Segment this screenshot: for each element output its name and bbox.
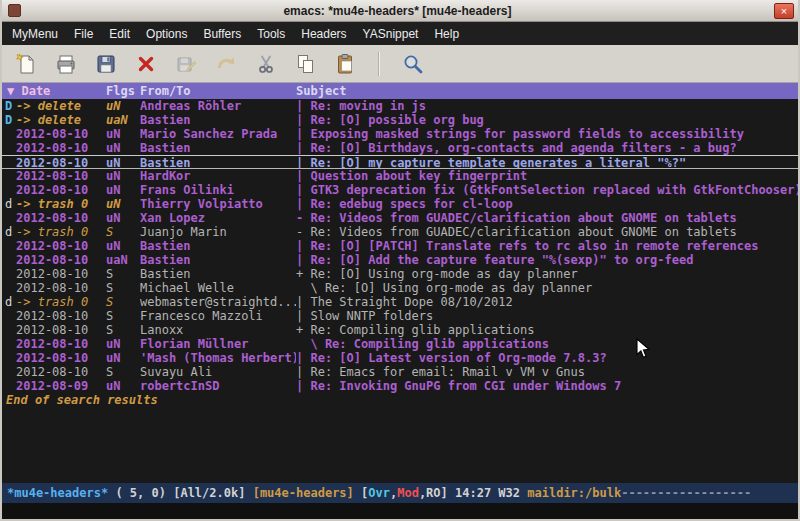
buffer-empty-space [2, 407, 798, 483]
message-mark [2, 127, 16, 141]
modeline-segment: 14:27 W32 [455, 486, 527, 500]
menu-item-options[interactable]: Options [138, 22, 195, 45]
message-date: 2012-08-10 [16, 156, 106, 168]
message-from: Bastien [140, 113, 296, 127]
column-from[interactable]: From/To [140, 83, 296, 99]
message-row[interactable]: D-> deleteuaNBastien| Re: [O] possible o… [2, 113, 798, 127]
message-flags: uN [106, 156, 140, 168]
menu-item-help[interactable]: Help [426, 22, 467, 45]
menu-item-file[interactable]: File [66, 22, 101, 45]
modeline-segment: ( 5, 0) [All/2.0k] [108, 486, 253, 500]
message-row[interactable]: 2012-08-10uNBastien| Re: [O] [PATCH] Tra… [2, 239, 798, 253]
paste-button[interactable] [332, 50, 359, 77]
headers-buffer: ▼ Date Flgs From/To Subject D-> deleteuN… [2, 83, 798, 483]
message-date: 2012-08-10 [16, 183, 106, 197]
message-from: Thierry Volpiatto [140, 197, 296, 211]
tool-bar [2, 45, 798, 83]
modeline-segment: maildir:/bulk [527, 486, 621, 500]
message-row[interactable]: d-> trash 0Swebmaster@straightd...| The … [2, 295, 798, 309]
message-flags: S [106, 323, 140, 337]
window-icon [8, 4, 21, 17]
message-row[interactable]: 2012-08-10uNHardKor| Question about key … [2, 169, 798, 183]
message-date: 2012-08-10 [16, 169, 106, 183]
message-subject: | Question about key fingerprint [296, 169, 798, 183]
menu-item-buffers[interactable]: Buffers [195, 22, 249, 45]
cut-button[interactable] [252, 50, 279, 77]
message-flags: uN [106, 379, 140, 393]
message-row[interactable]: 2012-08-10uNBastien| Re: [O] my capture … [2, 155, 798, 169]
message-row[interactable]: 2012-08-10uNFlorian Müllner \ Re: Compil… [2, 337, 798, 351]
message-subject: | The Straight Dope 08/10/2012 [296, 295, 798, 309]
message-flags: uaN [106, 253, 140, 267]
menu-item-edit[interactable]: Edit [101, 22, 138, 45]
modeline-segment: [mu4e-headers] [253, 486, 354, 500]
menu-item-yasnippet[interactable]: YASnippet [355, 22, 427, 45]
message-row[interactable]: 2012-08-10uaNBastien| Re: [O] Add the ca… [2, 253, 798, 267]
cut-icon [255, 53, 277, 75]
message-row[interactable]: 2012-08-09uNrobertcInSD| Re: Invoking Gn… [2, 379, 798, 393]
message-date: -> trash 0 [16, 225, 106, 239]
title-bar: emacs: *mu4e-headers* [mu4e-headers] × [2, 0, 798, 22]
message-row[interactable]: 2012-08-10uNXan Lopez- Re: Videos from G… [2, 211, 798, 225]
message-row[interactable]: 2012-08-10uNBastien| Re: [O] Birthdays, … [2, 141, 798, 155]
message-mark [2, 141, 16, 155]
message-date: 2012-08-10 [16, 281, 106, 295]
message-subject: | Re: edebug specs for cl-loop [296, 197, 798, 211]
emacs-window: emacs: *mu4e-headers* [mu4e-headers] × M… [0, 0, 800, 521]
message-date: 2012-08-10 [16, 141, 106, 155]
message-row[interactable]: 2012-08-10uNMario Sanchez Prada| Exposin… [2, 127, 798, 141]
message-flags: uN [106, 239, 140, 253]
message-subject: - Re: Videos from GUADEC/clarification a… [296, 225, 798, 239]
message-date: 2012-08-10 [16, 253, 106, 267]
message-date: -> delete [16, 99, 106, 113]
menu-item-mymenu[interactable]: MyMenu [4, 22, 66, 45]
message-date: 2012-08-10 [16, 323, 106, 337]
message-date: 2012-08-10 [16, 211, 106, 225]
message-flags: S [106, 281, 140, 295]
message-subject: | Re: Emacs for email: Rmail v VM v Gnus [296, 365, 798, 379]
menu-item-tools[interactable]: Tools [249, 22, 293, 45]
close-button[interactable]: × [774, 3, 794, 19]
message-row[interactable]: d-> trash 0SJuanjo Marin- Re: Videos fro… [2, 225, 798, 239]
print-button[interactable] [52, 50, 79, 77]
message-flags: uN [106, 337, 140, 351]
message-row[interactable]: 2012-08-10uNFrans Oilinki| GTK3 deprecat… [2, 183, 798, 197]
message-mark: d [2, 295, 16, 309]
copy-button[interactable] [292, 50, 319, 77]
message-flags: uN [106, 351, 140, 365]
message-flags: S [106, 225, 140, 239]
message-row[interactable]: 2012-08-10uN'Mash (Thomas Herbert)| Re: … [2, 351, 798, 365]
column-subject[interactable]: Subject [296, 83, 798, 99]
message-subject: \ Re: [O] Using org-mode as day planner [296, 281, 798, 295]
echo-area[interactable] [2, 503, 798, 519]
menu-item-headers[interactable]: Headers [293, 22, 354, 45]
message-flags: uN [106, 127, 140, 141]
close-buffer-button[interactable] [132, 50, 159, 77]
message-row[interactable]: 2012-08-10SFrancesco Mazzoli| Slow NNTP … [2, 309, 798, 323]
search-icon [402, 53, 424, 75]
message-flags: uN [106, 197, 140, 211]
message-from: Bastien [140, 156, 296, 168]
message-flags: S [106, 309, 140, 323]
message-flags: S [106, 365, 140, 379]
message-row[interactable]: 2012-08-10SMichael Welle \ Re: [O] Using… [2, 281, 798, 295]
message-subject: | Re: [O] possible org bug [296, 113, 798, 127]
message-row[interactable]: d-> trash 0uNThierry Volpiatto| Re: edeb… [2, 197, 798, 211]
column-header-line: ▼ Date Flgs From/To Subject [2, 83, 798, 99]
column-date[interactable]: ▼ Date [2, 83, 106, 99]
search-button[interactable] [399, 50, 426, 77]
save-button[interactable] [92, 50, 119, 77]
message-mark [2, 337, 16, 351]
message-row[interactable]: D-> deleteuNAndreas Röhler| Re: moving i… [2, 99, 798, 113]
message-flags: uN [106, 141, 140, 155]
message-mark [2, 351, 16, 365]
message-row[interactable]: 2012-08-10SSuvayu Ali| Re: Emacs for ema… [2, 365, 798, 379]
column-flags[interactable]: Flgs [106, 83, 140, 99]
message-mark [2, 183, 16, 197]
message-row[interactable]: 2012-08-10SLanoxx+ Re: Compiling glib ap… [2, 323, 798, 337]
message-subject: - Re: Videos from GUADEC/clarification a… [296, 211, 798, 225]
message-row[interactable]: 2012-08-10SBastien+ Re: [O] Using org-mo… [2, 267, 798, 281]
new-file-button[interactable] [12, 50, 39, 77]
message-mark [2, 365, 16, 379]
message-subject: \ Re: Compiling glib applications [296, 337, 798, 351]
